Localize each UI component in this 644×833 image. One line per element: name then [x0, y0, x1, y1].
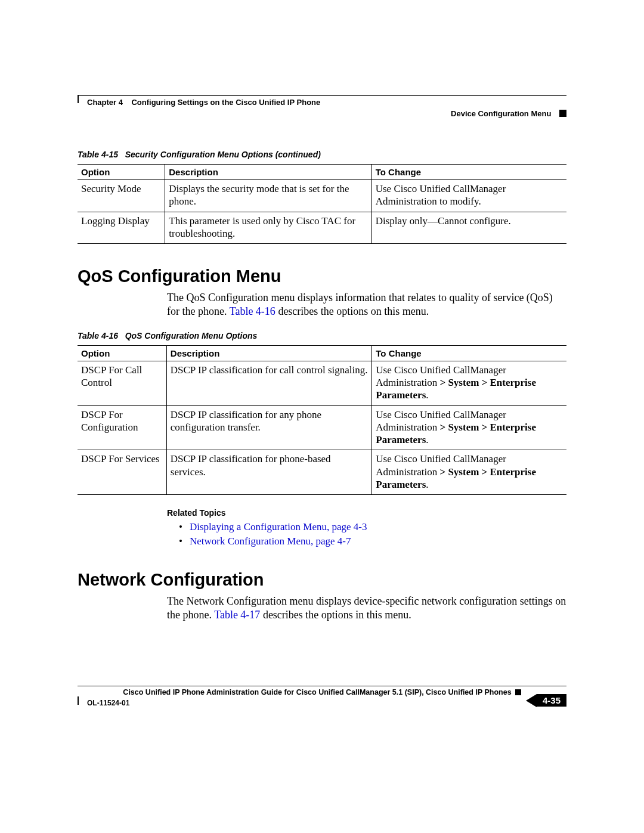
- related-link[interactable]: Displaying a Configuration Menu, page 4-…: [190, 521, 367, 532]
- table-row: DSCP For Configuration DSCP IP classific…: [78, 405, 566, 450]
- footer-book-title: Cisco Unified IP Phone Administration Gu…: [78, 688, 566, 696]
- cell-to-change: Use Cisco Unified CallManager Administra…: [371, 180, 566, 212]
- table-16-caption: Table 4-16 QoS Configuration Menu Option…: [78, 331, 566, 340]
- cell-to-change: Use Cisco Unified CallManager Administra…: [372, 361, 566, 405]
- caption-text: Security Configuration Menu Options (con…: [125, 150, 321, 159]
- cell-to-change: Display only—Cannot configure.: [371, 212, 566, 244]
- cell-option: DSCP For Configuration: [78, 405, 166, 450]
- cell-description: DSCP IP classification for any phone con…: [166, 405, 371, 450]
- header-section-text: Device Configuration Menu: [451, 109, 551, 118]
- cell-option: Logging Display: [78, 212, 165, 244]
- table-row: DSCP For Call Control DSCP IP classifica…: [78, 361, 566, 405]
- col-header: Description: [166, 345, 371, 361]
- related-topics-list: Displaying a Configuration Menu, page 4-…: [179, 521, 566, 547]
- col-header: Option: [78, 165, 165, 180]
- table-row: Logging Display This parameter is used o…: [78, 212, 566, 244]
- table-15-caption: Table 4-15 Security Configuration Menu O…: [78, 150, 566, 159]
- table-15: Option Description To Change Security Mo…: [78, 164, 566, 244]
- footer-tick-icon: [78, 696, 79, 705]
- body-text-post: describes the options in this menu.: [260, 609, 411, 621]
- cell-description: Displays the security mode that is set f…: [165, 180, 371, 212]
- page-footer: Cisco Unified IP Phone Administration Gu…: [78, 686, 566, 696]
- page-number: 4-35: [537, 694, 566, 707]
- cell-description: DSCP IP classification for phone-based s…: [166, 450, 371, 495]
- col-header: Description: [165, 165, 371, 180]
- col-header: To Change: [372, 345, 566, 361]
- cell-option: DSCP For Call Control: [78, 361, 166, 405]
- square-icon: [515, 689, 521, 695]
- caption-text: QoS Configuration Menu Options: [125, 331, 258, 340]
- list-item: Network Configuration Menu, page 4-7: [179, 535, 566, 547]
- table-16: Option Description To Change DSCP For Ca…: [78, 345, 566, 495]
- cell-description: This parameter is used only by Cisco TAC…: [165, 212, 371, 244]
- network-body: The Network Configuration menu displays …: [167, 594, 566, 623]
- table-link[interactable]: Table 4-17: [214, 609, 260, 621]
- qos-heading: QoS Configuration Menu: [78, 267, 566, 286]
- chapter-title: Configuring Settings on the Cisco Unifie…: [131, 98, 320, 107]
- network-heading: Network Configuration: [78, 570, 566, 590]
- cell-option: Security Mode: [78, 180, 165, 212]
- table-link[interactable]: Table 4-16: [230, 305, 275, 317]
- cell-to-change: Use Cisco Unified CallManager Administra…: [372, 405, 566, 450]
- related-link[interactable]: Network Configuration Menu, page 4-7: [190, 535, 351, 547]
- table-row: DSCP For Services DSCP IP classification…: [78, 450, 566, 495]
- col-header: To Change: [371, 165, 566, 180]
- footer-rule: [78, 686, 566, 686]
- caption-prefix: Table 4-16: [78, 331, 118, 340]
- header-chapter: Chapter 4 Configuring Settings on the Ci…: [87, 98, 320, 107]
- header-section: Device Configuration Menu: [451, 109, 566, 118]
- list-item: Displaying a Configuration Menu, page 4-…: [179, 521, 566, 533]
- col-header: Option: [78, 345, 166, 361]
- header-tick-icon: [78, 95, 79, 103]
- square-icon: [559, 110, 566, 117]
- related-topics-heading: Related Topics: [167, 508, 566, 518]
- body-text-post: describes the options on this menu.: [275, 305, 429, 317]
- table-row: Security Mode Displays the security mode…: [78, 180, 566, 212]
- cell-option: DSCP For Services: [78, 450, 166, 495]
- chapter-label: Chapter 4: [87, 98, 123, 107]
- cell-to-change: Use Cisco Unified CallManager Administra…: [372, 450, 566, 495]
- qos-body: The QoS Configuration menu displays info…: [167, 291, 566, 319]
- footer-doc-id: OL-11524-01: [87, 699, 129, 707]
- header-rule: Chapter 4 Configuring Settings on the Ci…: [78, 95, 566, 96]
- cell-description: DSCP IP classification for call control …: [166, 361, 371, 405]
- caption-prefix: Table 4-15: [78, 150, 118, 159]
